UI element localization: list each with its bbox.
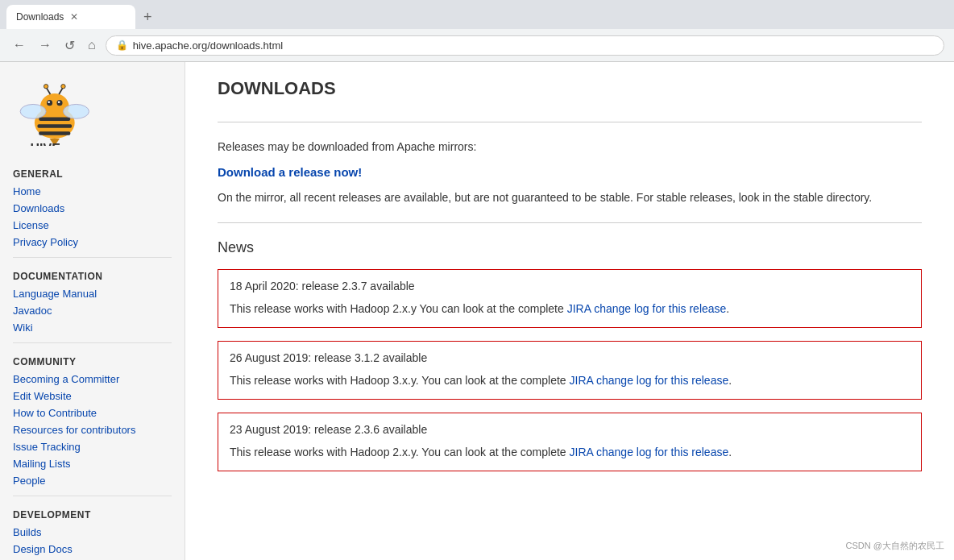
sidebar-divider-0 <box>13 257 172 258</box>
news-section-title: News <box>218 239 922 256</box>
title-divider <box>218 122 922 122</box>
jira-link-2[interactable]: JIRA change log for this release <box>570 446 729 458</box>
sidebar: HIVE GENERALHomeDownloadsLicensePrivacy … <box>0 62 185 560</box>
page-title: DOWNLOADS <box>218 78 922 106</box>
sidebar-link-0-0[interactable]: Home <box>0 183 185 200</box>
page-wrapper: HIVE GENERALHomeDownloadsLicensePrivacy … <box>0 62 954 560</box>
url-text: hive.apache.org/downloads.html <box>133 39 283 52</box>
svg-point-1 <box>40 93 69 119</box>
sidebar-divider-2 <box>13 496 172 496</box>
browser-chrome: Downloads ✕ + ← → ↺ ⌂ 🔒 hive.apache.org/… <box>0 0 954 62</box>
news-divider <box>218 222 922 223</box>
svg-point-5 <box>20 104 46 118</box>
sidebar-link-2-5[interactable]: Mailing Lists <box>0 455 185 472</box>
back-button[interactable]: ← <box>10 36 29 54</box>
sidebar-link-2-3[interactable]: Resources for contributors <box>0 421 185 438</box>
svg-rect-4 <box>39 131 70 135</box>
news-items-container: 18 April 2020: release 2.3.7 availableTh… <box>218 269 922 471</box>
tab-close-button[interactable]: ✕ <box>70 11 78 23</box>
sidebar-link-1-0[interactable]: Language Manual <box>0 285 185 302</box>
watermark: CSDN @大自然的农民工 <box>843 538 948 554</box>
new-tab-button[interactable]: + <box>140 9 156 26</box>
sidebar-section-title-0: GENERAL <box>0 162 185 183</box>
sidebar-divider-1 <box>13 342 172 343</box>
sidebar-section-title-2: COMMUNITY <box>0 350 185 371</box>
svg-point-10 <box>58 101 60 103</box>
tab-title: Downloads <box>16 11 64 23</box>
sidebar-link-0-3[interactable]: Privacy Policy <box>0 234 185 251</box>
sidebar-section-title-3: DEVELOPMENT <box>0 503 185 524</box>
home-button[interactable]: ⌂ <box>85 36 99 54</box>
news-item-1: 26 August 2019: release 3.1.2 availableT… <box>218 341 922 400</box>
svg-text:HIVE: HIVE <box>31 142 61 146</box>
download-link[interactable]: Download a release now! <box>218 165 362 179</box>
news-headline-0: 18 April 2020: release 2.3.7 available <box>230 280 910 292</box>
sidebar-link-2-6[interactable]: People <box>0 472 185 489</box>
svg-point-9 <box>48 101 50 103</box>
sidebar-link-2-2[interactable]: How to Contribute <box>0 404 185 421</box>
sidebar-link-2-1[interactable]: Edit Website <box>0 388 185 404</box>
news-body-1: This release works with Hadoop 3.x.y. Yo… <box>230 372 910 389</box>
address-bar: ← → ↺ ⌂ 🔒 hive.apache.org/downloads.html <box>0 29 954 61</box>
news-item-2: 23 August 2019: release 2.3.6 availableT… <box>218 413 922 471</box>
news-item-0: 18 April 2020: release 2.3.7 availableTh… <box>218 269 922 328</box>
sidebar-link-3-0[interactable]: Builds <box>0 524 185 541</box>
svg-point-13 <box>44 85 48 89</box>
stable-notice: On the mirror, all recent releases are a… <box>218 189 922 206</box>
news-body-0: This release works with Hadoop 2.x.y You… <box>230 301 910 317</box>
forward-button[interactable]: → <box>35 36 55 54</box>
tab-bar: Downloads ✕ + <box>0 0 954 29</box>
svg-point-6 <box>63 104 89 118</box>
jira-link-0[interactable]: JIRA change log for this release <box>567 302 727 315</box>
lock-icon: 🔒 <box>116 39 128 51</box>
sidebar-link-3-1[interactable]: Design Docs <box>0 541 185 558</box>
sidebar-link-1-2[interactable]: Wiki <box>0 319 185 336</box>
sidebar-logo: HIVE <box>0 75 185 162</box>
active-tab[interactable]: Downloads ✕ <box>6 5 135 29</box>
intro-text: Releases may be downloaded from Apache m… <box>218 139 922 156</box>
url-input[interactable]: 🔒 hive.apache.org/downloads.html <box>106 35 944 56</box>
sidebar-link-1-1[interactable]: Javadoc <box>0 302 185 319</box>
svg-rect-2 <box>39 117 70 120</box>
news-headline-2: 23 August 2019: release 2.3.6 available <box>230 423 910 436</box>
sidebar-sections: GENERALHomeDownloadsLicensePrivacy Polic… <box>0 162 185 560</box>
news-body-2: This release works with Hadoop 2.x.y. Yo… <box>230 444 910 461</box>
sidebar-link-0-2[interactable]: License <box>0 217 185 234</box>
main-content: DOWNLOADS Releases may be downloaded fro… <box>185 62 954 560</box>
jira-link-1[interactable]: JIRA change log for this release <box>570 374 729 387</box>
sidebar-section-title-1: DOCUMENTATION <box>0 264 185 285</box>
news-headline-1: 26 August 2019: release 3.1.2 available <box>230 351 910 364</box>
svg-rect-3 <box>37 124 72 127</box>
sidebar-link-2-4[interactable]: Issue Tracking <box>0 438 185 455</box>
hive-logo-svg: HIVE <box>13 81 93 146</box>
sidebar-link-0-1[interactable]: Downloads <box>0 200 185 217</box>
svg-point-14 <box>61 85 65 89</box>
reload-button[interactable]: ↺ <box>61 36 78 55</box>
sidebar-link-2-0[interactable]: Becoming a Committer <box>0 371 185 388</box>
